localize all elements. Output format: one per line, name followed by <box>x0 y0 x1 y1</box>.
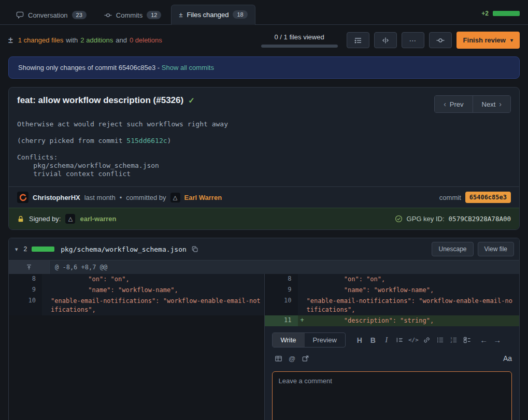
file-tree-icon <box>354 36 362 45</box>
commit-select-button[interactable] <box>429 32 452 48</box>
committer-name[interactable]: Earl Warren <box>184 194 222 201</box>
show-all-commits-link[interactable]: Show all commits <box>162 64 214 71</box>
code-line: "enable-email-notifications": "workflow-… <box>51 296 264 315</box>
cherry-pick-hash-link[interactable]: 515dd6612c <box>126 137 167 144</box>
commit-message-line: pkg/schema/workflow_schema.json <box>17 162 511 170</box>
inline-comment-editor: Write Preview H B I </> 12 <box>264 326 520 420</box>
finish-review-label: Finish review <box>463 36 506 44</box>
files-viewed-progress <box>261 45 338 48</box>
committed-by-label: committed by <box>126 194 166 201</box>
chevron-down-icon: ▾ <box>510 37 513 43</box>
tab-files-label: Files changed <box>187 11 229 19</box>
author-name[interactable]: ChristopherHX <box>33 194 80 201</box>
tab-files-changed[interactable]: ± Files changed 18 <box>171 5 255 25</box>
tab-conversation[interactable]: Conversation 23 <box>8 5 94 24</box>
signer-avatar[interactable]: △ <box>65 214 75 224</box>
diff-line-old: 10 "enable-email-notifications": "workfl… <box>9 296 264 315</box>
file-header-actions: Unescape View file <box>432 242 514 256</box>
signer-name[interactable]: earl-warren <box>80 215 116 223</box>
line-number[interactable]: 10 <box>9 296 42 315</box>
diff-line-new: 8 "on": "on", <box>264 274 520 285</box>
numbered-list-icon[interactable]: 12 <box>447 334 461 346</box>
code-icon[interactable]: </> <box>407 334 420 346</box>
code-line: "on": "on", <box>51 274 264 285</box>
line-number[interactable]: 8 <box>9 274 42 285</box>
commit-message-line: (cherry picked from commit 515dd6612c) <box>17 137 511 145</box>
line-sign <box>298 274 307 275</box>
undo-icon[interactable]: ← <box>477 334 491 346</box>
blockquote-icon[interactable] <box>393 334 407 346</box>
bold-icon[interactable]: B <box>366 334 380 346</box>
diff-file-header: ▾ 2 pkg/schema/workflow_schema.json Unes… <box>9 238 519 260</box>
pr-diffstat: +2 <box>481 10 520 24</box>
file-tree-toggle-button[interactable] <box>347 32 369 48</box>
files-viewed: 0 / 1 files viewed <box>261 33 338 48</box>
hunk-header-text: @ -8,6 +8,7 @@ <box>50 260 112 274</box>
file-diffstat-bar <box>32 247 54 252</box>
view-file-button[interactable]: View file <box>478 242 514 256</box>
commit-message-body: Otherwise act would reject such workflow… <box>9 115 519 186</box>
ellipsis-icon: ⋯ <box>409 36 417 45</box>
commit-message-line: trivial context conflict <box>17 170 511 178</box>
text-size-button[interactable]: Aa <box>503 354 512 363</box>
next-commit-button[interactable]: Next › <box>473 96 510 112</box>
unescape-button[interactable]: Unescape <box>432 242 473 256</box>
author-avatar[interactable] <box>17 192 28 203</box>
table-icon[interactable] <box>272 352 286 365</box>
diff-view-toggle-button[interactable] <box>374 32 397 48</box>
line-number[interactable]: 9 <box>9 285 42 296</box>
editor-toolbar-row2: @ Aa <box>272 352 512 365</box>
line-number[interactable]: 10 <box>265 296 298 315</box>
tab-commits[interactable]: Commits 12 <box>96 5 169 24</box>
triangle-logo-icon: △ <box>68 215 73 222</box>
signature-row: Signed by: △ earl-warren GPG key ID: 057… <box>9 208 519 229</box>
redo-icon[interactable]: → <box>491 334 504 346</box>
line-sign <box>42 274 51 275</box>
file-name[interactable]: pkg/schema/workflow_schema.json <box>61 245 187 253</box>
summary-text: and <box>116 36 127 44</box>
next-label: Next <box>482 100 496 108</box>
line-sign <box>298 285 307 286</box>
tab-preview[interactable]: Preview <box>305 333 345 347</box>
commit-nav: ‹ Prev Next › <box>434 95 511 113</box>
diff-toolbar: ± 1 changed files with 2 additions and 0… <box>0 25 528 55</box>
line-number[interactable]: 11 <box>265 315 298 326</box>
prev-label: Prev <box>450 100 464 108</box>
prev-commit-button[interactable]: ‹ Prev <box>435 96 472 112</box>
commit-label: commit <box>439 194 461 201</box>
copy-path-icon[interactable] <box>191 245 198 253</box>
file-change-count: 2 <box>24 245 27 253</box>
reference-icon[interactable] <box>299 352 312 365</box>
diff-options-button[interactable]: ⋯ <box>402 32 424 48</box>
conversation-count-badge: 23 <box>72 11 87 19</box>
diff-line-old: 9 "name": "workflow-name", <box>9 285 264 296</box>
comment-input[interactable] <box>272 371 512 420</box>
changed-files-summary: ± 1 changed files with 2 additions and 0… <box>8 36 162 45</box>
line-number[interactable]: 9 <box>265 285 298 296</box>
task-list-icon[interactable] <box>461 334 474 346</box>
mention-icon[interactable]: @ <box>286 352 299 365</box>
line-sign <box>298 296 307 297</box>
link-icon[interactable] <box>420 334 434 346</box>
additions-count: 2 additions <box>80 36 113 44</box>
tab-write[interactable]: Write <box>273 333 305 347</box>
committer-avatar[interactable]: △ <box>170 193 180 202</box>
code-line: "name": "workflow-name", <box>51 285 264 296</box>
collapse-file-icon[interactable]: ▾ <box>14 246 19 253</box>
gpg-key-label: GPG key ID: <box>407 215 445 223</box>
file-diff-icon: ± <box>179 11 182 19</box>
expand-hunk-button[interactable] <box>9 260 50 274</box>
italic-icon[interactable]: I <box>380 334 393 346</box>
finish-review-button[interactable]: Finish review ▾ <box>456 32 520 49</box>
pr-tabbar: Conversation 23 Commits 12 ± Files chang… <box>0 0 528 25</box>
tab-commits-label: Commits <box>116 11 142 19</box>
bullet-list-icon[interactable] <box>434 334 447 346</box>
dot-separator: • <box>120 194 122 201</box>
gpg-key-value: 0579CB2928A78A00 <box>449 215 511 223</box>
heading-icon[interactable]: H <box>353 334 366 346</box>
line-number[interactable]: 8 <box>265 274 298 285</box>
code-line: "on": "on", <box>307 274 520 285</box>
git-commit-icon <box>104 11 112 19</box>
commit-sha-badge[interactable]: 65406c85e3 <box>465 192 511 203</box>
summary-text: with <box>66 36 78 44</box>
